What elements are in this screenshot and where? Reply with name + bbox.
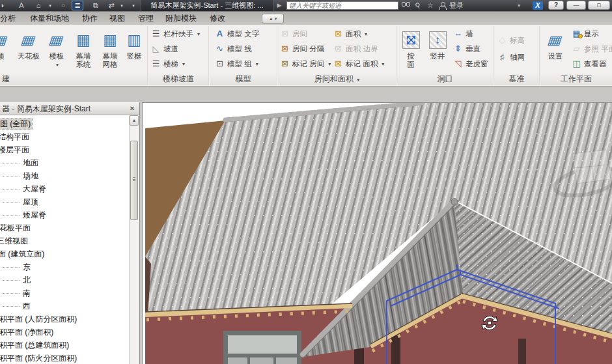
floor-tool[interactable]: ▦ 楼板 ▾: [44, 27, 69, 69]
qat-partial-icon[interactable]: ◑: [0, 0, 8, 11]
search-input[interactable]: [286, 1, 398, 10]
favorites-star-icon[interactable]: ☆: [427, 0, 434, 11]
tab-addins[interactable]: 附加模块: [160, 12, 202, 25]
stair-dropdown-icon[interactable]: ▾: [182, 61, 185, 67]
tree-item-main-ridge[interactable]: 大屋脊: [0, 182, 129, 195]
tree-item-ground[interactable]: 地面: [0, 156, 129, 169]
qat-switch-dropdown-icon[interactable]: ▾: [116, 0, 128, 11]
vertical-opening-tool[interactable]: ⇕ 垂直: [453, 42, 480, 55]
roof-tool[interactable]: ▦ 顶: [0, 27, 12, 61]
wall-opening-tool[interactable]: ⇔ 墙: [453, 27, 473, 40]
tree-item-floor-plans[interactable]: 楼层平面: [0, 143, 129, 156]
viewer-tool[interactable]: ◫ 查看器: [572, 57, 607, 70]
qat-render-icon[interactable]: ○: [57, 0, 69, 11]
ramp-tool[interactable]: ◺ 坡道: [151, 42, 178, 55]
room-separator-tool[interactable]: ⊠ 房间 分隔: [280, 42, 324, 55]
level-tool[interactable]: ◇ 标高: [497, 34, 525, 47]
tab-manage[interactable]: 管理: [133, 12, 159, 25]
3d-viewport[interactable]: [143, 103, 612, 364]
sign-in-label[interactable]: 登录: [449, 0, 464, 11]
tab-analyze[interactable]: 分析: [0, 12, 22, 25]
curtain-grid-tool[interactable]: ▦ 幕墙 网格: [98, 27, 122, 69]
project-browser-title[interactable]: 器 - 简易木屋架实例-Start: [0, 102, 139, 115]
opening-by-face-tool[interactable]: ⤢ ⤡ 按 面: [398, 27, 423, 69]
minimize-button[interactable]: —: [566, 1, 586, 10]
tree-item-elevations[interactable]: 立面 (建筑立面): [0, 247, 129, 260]
tree-item-north[interactable]: 北: [0, 273, 129, 287]
restore-button[interactable]: □: [588, 1, 610, 10]
tree-item-south[interactable]: 南: [0, 287, 129, 300]
tree-item-3d-views[interactable]: 三维视图: [0, 234, 129, 247]
window[interactable]: [223, 331, 301, 364]
panel-label-opening[interactable]: 洞口: [397, 73, 493, 85]
area-tool[interactable]: ⊠ 面积 ▾: [333, 27, 367, 40]
tag-area-tool[interactable]: ⊠ 标记 面积 ▾: [333, 57, 384, 70]
railing-tool[interactable]: ☰ 栏杆扶手 ▾: [151, 27, 200, 40]
tree-item-site[interactable]: 场地: [0, 169, 129, 182]
qat-default-3d-icon[interactable]: ⌂: [33, 0, 44, 11]
panel-label-stairs[interactable]: 楼梯坡道: [148, 73, 208, 85]
scroll-up-button[interactable]: ▲: [130, 115, 139, 126]
area-dropdown-icon[interactable]: ▾: [365, 31, 367, 37]
tree-item-ceiling-plans[interactable]: 天花板平面: [0, 221, 129, 234]
model-group-dropdown-icon[interactable]: ▾: [256, 61, 258, 67]
tab-collaborate[interactable]: 协作: [77, 12, 103, 25]
stair-tool[interactable]: ☰ 楼梯 ▾: [151, 57, 185, 70]
qat-3d-dropdown-icon[interactable]: ▾: [44, 0, 56, 11]
scroll-thumb[interactable]: [130, 141, 138, 220]
tree-item-west[interactable]: 西: [0, 300, 129, 313]
floor-dropdown-icon[interactable]: ▾: [46, 61, 69, 69]
railing-dropdown-icon[interactable]: ▾: [197, 31, 200, 37]
set-workplane-tool[interactable]: ▦ 设置: [542, 27, 569, 61]
browser-scrollbar[interactable]: ▲: [129, 115, 139, 364]
qat-close-hidden-windows-icon[interactable]: ⧉: [90, 0, 102, 11]
curtain-system-tool[interactable]: ▦ 幕墙 系统: [70, 27, 96, 69]
tag-room-dropdown-icon[interactable]: ▾: [328, 61, 331, 67]
tree-item-area-gross[interactable]: 面积平面 (总建筑面积): [0, 339, 129, 352]
search-binoculars-icon[interactable]: [401, 2, 410, 9]
tab-massing-site[interactable]: 体量和场地: [23, 12, 76, 25]
grid-tool[interactable]: ♯ 轴网: [497, 51, 525, 64]
tree-item-area-net[interactable]: 面积平面 (净面积): [0, 326, 129, 339]
dormer-opening-tool[interactable]: ◹ 老虎窗: [453, 57, 488, 70]
tree-item-structural-plans[interactable]: 结构平面: [0, 130, 129, 143]
panel-label-room-area[interactable]: 房间和面积 ▾: [278, 73, 396, 85]
panel-label-model[interactable]: 模型: [210, 73, 277, 85]
panel-label-workplane[interactable]: 工作平面: [540, 73, 612, 85]
tab-view[interactable]: 视图: [104, 12, 130, 25]
tree-item-area-fire[interactable]: 面积平面 (防火分区面积): [0, 352, 129, 364]
communication-center-icon[interactable]: ⚲: [413, 0, 423, 12]
shaft-opening-tool[interactable]: ↕ 竖井: [424, 27, 451, 61]
ceiling-tool[interactable]: ▦ 天花板: [14, 27, 43, 61]
room-tool[interactable]: ⊠ 房间: [280, 27, 307, 40]
tree-item-low-ridge[interactable]: 矮屋脊: [0, 208, 129, 221]
tab-modify[interactable]: 修改: [204, 12, 230, 25]
ref-plane-tool[interactable]: ▱ 参照 平面: [572, 42, 612, 55]
tree-item-roof[interactable]: 屋顶: [0, 195, 129, 208]
model-group-tool[interactable]: ⊡ 模型 组 ▾: [215, 57, 258, 70]
ribbon-collapse-button[interactable]: ▲ ▾: [262, 14, 284, 23]
scroll-thumb-grip: [133, 177, 135, 181]
title-flyout-icon[interactable]: ▶: [275, 0, 283, 11]
drawing-area[interactable]: [142, 102, 612, 364]
close-icon[interactable]: ✕: [128, 102, 137, 115]
qat-thin-lines-icon[interactable]: ≣: [72, 1, 83, 10]
qat-text-icon[interactable]: A: [16, 0, 27, 11]
sign-in-person-icon[interactable]: [439, 2, 445, 9]
tree-item-area-civil-defense[interactable]: 面积平面 (人防分区面积): [0, 313, 129, 326]
tag-room-tool[interactable]: ⊠ 标记 房间 ▾: [280, 57, 331, 70]
panel-label-datum[interactable]: 基准: [494, 73, 539, 85]
signin-caret-icon[interactable]: ▾: [518, 0, 520, 11]
panel-label-build[interactable]: 建: [0, 73, 147, 85]
exchange-apps-icon[interactable]: X: [533, 1, 543, 10]
tree-item-views-all[interactable]: 视图 (全部): [0, 117, 129, 130]
area-boundary-tool[interactable]: ⊠ 面积 边界: [333, 42, 378, 55]
model-line-tool[interactable]: ∿ 模型 线: [215, 42, 252, 55]
help-button[interactable]: ?: [548, 1, 564, 10]
model-text-tool[interactable]: A 模型 文字: [215, 27, 259, 40]
mullion-tool[interactable]: ▥ 竖梃: [122, 27, 146, 61]
qat-overflow-icon[interactable]: ▾: [128, 0, 139, 11]
show-workplane-tool[interactable]: ▦ 显示: [572, 27, 599, 40]
tag-area-dropdown-icon[interactable]: ▾: [382, 61, 384, 67]
tree-item-east[interactable]: 东: [0, 260, 129, 273]
